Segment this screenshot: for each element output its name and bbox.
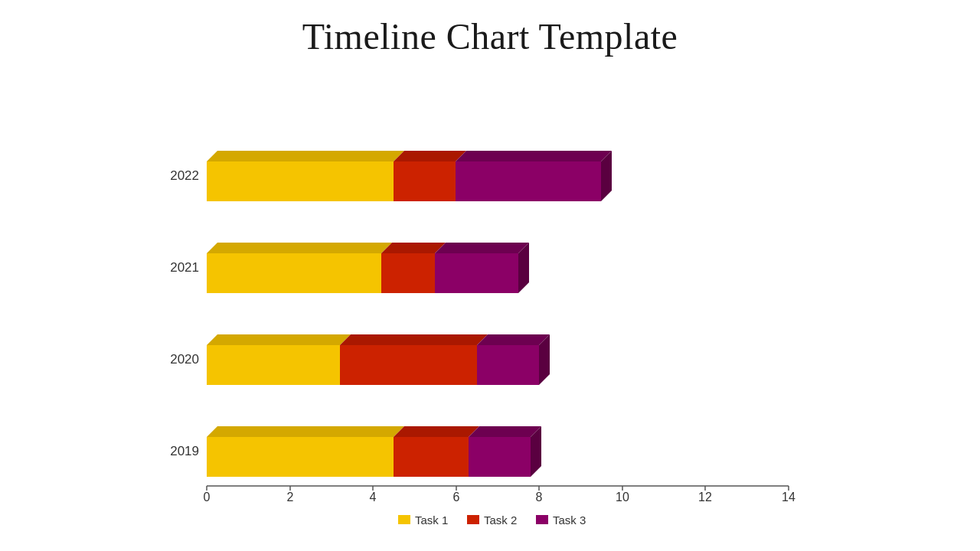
bar-2022-task1-top (207, 151, 404, 161)
legend-label-task2: Task 2 (484, 514, 517, 524)
year-label-2021: 2021 (170, 260, 199, 275)
bar-2020-task2-top (340, 334, 488, 345)
bar-2020-task3-top (477, 334, 550, 345)
bar-2022-task3-front (456, 161, 601, 201)
bar-2019-task1-front (207, 437, 394, 477)
year-label-2020: 2020 (170, 352, 199, 367)
bar-2019-task2-front (394, 437, 469, 477)
chart-container: 2022 2021 2020 2019 (145, 96, 835, 524)
x-tick-6: 6 (453, 491, 460, 504)
bar-2022-task1-front (207, 161, 394, 201)
legend-label-task1: Task 1 (415, 514, 448, 524)
bar-2022-task2-front (394, 161, 456, 201)
bar-2021-task1-top (207, 243, 392, 253)
legend-color-task1 (398, 515, 410, 524)
bar-2019-task1-top (207, 426, 404, 437)
x-tick-0: 0 (204, 491, 211, 504)
bar-2020-task2-front (340, 345, 477, 385)
legend-label-task3: Task 3 (553, 514, 586, 524)
bar-2021-task3-front (435, 253, 518, 293)
timeline-chart: 2022 2021 2020 2019 (145, 96, 835, 524)
bar-2021-task2-top (381, 243, 446, 253)
bar-2022-task2-top (394, 151, 466, 161)
bar-2020-task3-front (477, 345, 539, 385)
bar-2019-task2-top (394, 426, 479, 437)
bar-2021-task1-front (207, 253, 381, 293)
legend-color-task2 (467, 515, 479, 524)
year-label-2019: 2019 (170, 444, 199, 458)
page: Timeline Chart Template 2022 2021 2020 2… (0, 0, 980, 551)
x-tick-14: 14 (782, 491, 795, 504)
bar-2019-task3-front (469, 437, 531, 477)
x-tick-12: 12 (698, 491, 712, 504)
bar-2019-task3-top (469, 426, 541, 437)
x-tick-2: 2 (287, 491, 294, 504)
x-tick-4: 4 (370, 491, 377, 504)
bar-2020-task1-top (207, 334, 351, 345)
bar-2021-task2-front (381, 253, 435, 293)
legend-color-task3 (536, 515, 548, 524)
bar-2021-task3-top (435, 243, 529, 253)
x-tick-10: 10 (616, 491, 629, 504)
year-label-2022: 2022 (170, 168, 199, 183)
x-tick-8: 8 (536, 491, 543, 504)
bar-2020-task1-front (207, 345, 340, 385)
page-title: Timeline Chart Template (302, 15, 678, 57)
bar-2022-task3-top (456, 151, 612, 161)
